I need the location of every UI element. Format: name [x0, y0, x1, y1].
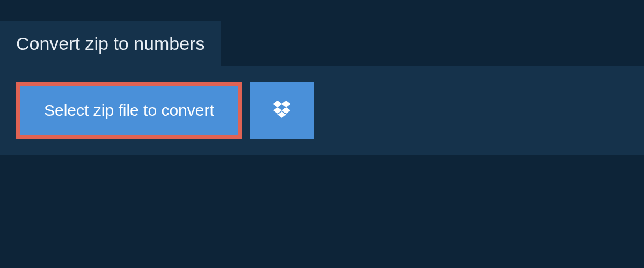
select-file-button[interactable]: Select zip file to convert: [16, 82, 242, 139]
action-panel: Select zip file to convert: [0, 66, 644, 155]
dropbox-icon: [271, 99, 292, 122]
page-title-tab: Convert zip to numbers: [0, 21, 221, 66]
page-title: Convert zip to numbers: [16, 33, 205, 54]
dropbox-button[interactable]: [250, 82, 314, 139]
select-file-label: Select zip file to convert: [44, 101, 214, 120]
